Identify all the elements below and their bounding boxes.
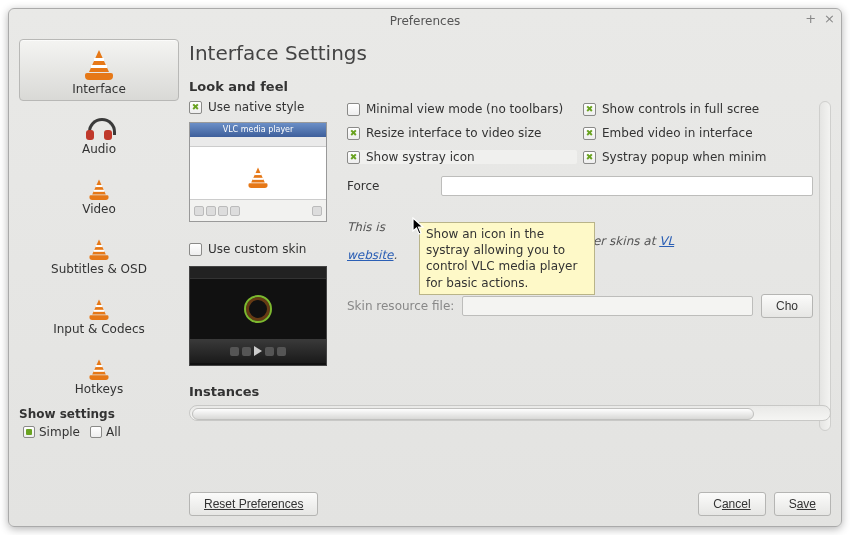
- category-audio[interactable]: Audio: [19, 105, 179, 161]
- cone-icon: [89, 240, 108, 260]
- checkbox-label: Embed video in interface: [602, 126, 753, 140]
- horizontal-scrollbar[interactable]: [189, 405, 831, 421]
- skins-website-link[interactable]: VL: [659, 234, 674, 248]
- radio-label: All: [106, 425, 121, 439]
- category-label: Interface: [72, 82, 126, 96]
- show-controls-fullscreen-checkbox[interactable]: Show controls in full scree: [583, 102, 813, 116]
- checkbox-label: Use native style: [208, 100, 304, 114]
- force-window-style-input[interactable]: [441, 176, 813, 196]
- show-settings-simple[interactable]: Simple: [23, 425, 80, 439]
- choose-skin-button[interactable]: Cho: [761, 294, 813, 318]
- skin-resource-file-label: Skin resource file:: [347, 299, 454, 313]
- category-label: Subtitles & OSD: [51, 262, 147, 276]
- headphones-icon: [86, 116, 112, 140]
- skin-resource-file-input[interactable]: [462, 296, 753, 316]
- checkbox-label: Use custom skin: [208, 242, 306, 256]
- skins-website-link[interactable]: website: [347, 248, 394, 262]
- systray-popup-checkbox[interactable]: Systray popup when minim: [583, 150, 813, 164]
- show-settings-title: Show settings: [19, 407, 179, 421]
- custom-skin-preview: [189, 266, 327, 366]
- use-native-style-checkbox[interactable]: Use native style: [189, 100, 339, 114]
- native-skin-preview: VLC media player: [189, 122, 327, 222]
- show-settings-group: Show settings Simple All: [19, 407, 179, 439]
- cancel-button[interactable]: Cancel: [698, 492, 765, 516]
- section-instances: Instances: [189, 384, 831, 399]
- cone-icon: [89, 360, 108, 380]
- checkbox-label: Show controls in full scree: [602, 102, 759, 116]
- resize-to-video-checkbox[interactable]: Resize interface to video size: [347, 126, 577, 140]
- embed-video-checkbox[interactable]: Embed video in interface: [583, 126, 813, 140]
- category-interface[interactable]: Interface: [19, 39, 179, 101]
- category-subtitles[interactable]: Subtitles & OSD: [19, 225, 179, 281]
- titlebar: Preferences + ×: [9, 9, 841, 33]
- preferences-window: Preferences + × Interface Audio Video Su…: [8, 8, 842, 527]
- category-label: Audio: [82, 142, 116, 156]
- window-close-button[interactable]: ×: [824, 12, 835, 26]
- save-button[interactable]: Save: [774, 492, 831, 516]
- tooltip: Show an icon in the systray allowing you…: [419, 222, 595, 295]
- window-minimize-button[interactable]: +: [805, 12, 816, 26]
- force-window-style-label: Force: [347, 179, 379, 193]
- minimal-view-checkbox[interactable]: Minimal view mode (no toolbars): [347, 102, 577, 116]
- category-label: Input & Codecs: [53, 322, 145, 336]
- category-sidebar: Interface Audio Video Subtitles & OSD In…: [19, 39, 179, 516]
- cursor-icon: [412, 217, 428, 237]
- checkbox-label: Minimal view mode (no toolbars): [366, 102, 563, 116]
- section-look-and-feel: Look and feel: [189, 79, 831, 94]
- category-label: Video: [82, 202, 116, 216]
- panel-title: Interface Settings: [189, 41, 831, 65]
- checkbox-label: Show systray icon: [366, 150, 475, 164]
- category-label: Hotkeys: [75, 382, 123, 396]
- checkbox-label: Systray popup when minim: [602, 150, 766, 164]
- category-input-codecs[interactable]: Input & Codecs: [19, 285, 179, 341]
- use-custom-skin-checkbox[interactable]: Use custom skin: [189, 242, 339, 256]
- cone-icon: [89, 180, 108, 200]
- window-title: Preferences: [390, 14, 461, 28]
- category-video[interactable]: Video: [19, 165, 179, 221]
- show-systray-icon-checkbox[interactable]: Show systray icon: [347, 150, 577, 164]
- radio-label: Simple: [39, 425, 80, 439]
- cone-icon: [85, 50, 113, 80]
- show-settings-all[interactable]: All: [90, 425, 121, 439]
- reset-preferences-button[interactable]: Reset Preferences: [189, 492, 318, 516]
- checkbox-label: Resize interface to video size: [366, 126, 541, 140]
- category-hotkeys[interactable]: Hotkeys: [19, 345, 179, 401]
- cone-icon: [89, 300, 108, 320]
